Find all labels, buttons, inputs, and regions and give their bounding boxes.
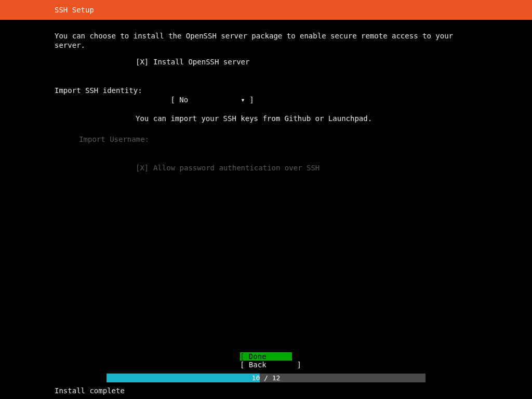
import-username-label: Import Username:	[55, 135, 153, 144]
allow-password-row: [X] Allow password authentication over S…	[55, 163, 477, 172]
progress-text: 10 / 12	[107, 374, 425, 382]
import-identity-value: No	[179, 96, 188, 104]
allow-password-label: Allow password authentication over SSH	[153, 163, 477, 172]
allow-password-checkbox: [X]	[136, 163, 153, 172]
status-line: Install complete	[55, 387, 125, 395]
install-openssh-row[interactable]: [X] Install OpenSSH server	[55, 57, 477, 66]
intro-text: You can choose to install the OpenSSH se…	[55, 31, 477, 50]
footer-buttons: [ Done ] [ Back ]	[0, 352, 532, 369]
import-username-input	[153, 135, 477, 144]
done-button[interactable]: [ Done ]	[240, 352, 292, 361]
main-content: You can choose to install the OpenSSH se…	[0, 20, 532, 172]
back-button[interactable]: [ Back ]	[240, 361, 292, 369]
import-identity-help: You can import your SSH keys from Github…	[136, 114, 477, 123]
import-identity-label: Import SSH identity:	[55, 86, 136, 114]
progress-bar: 10 / 12	[107, 374, 425, 382]
import-identity-dropdown[interactable]: [ No ▾ ]	[170, 95, 254, 104]
page-title: SSH Setup	[55, 6, 94, 14]
install-openssh-label: Install OpenSSH server	[153, 57, 477, 66]
import-identity-row: Import SSH identity: [ No ▾ ]	[55, 86, 477, 114]
chevron-down-icon: ▾	[241, 96, 245, 104]
import-username-row: Import Username:	[55, 135, 477, 144]
install-openssh-checkbox[interactable]: [X]	[136, 57, 153, 66]
header-bar: SSH Setup	[0, 0, 532, 20]
